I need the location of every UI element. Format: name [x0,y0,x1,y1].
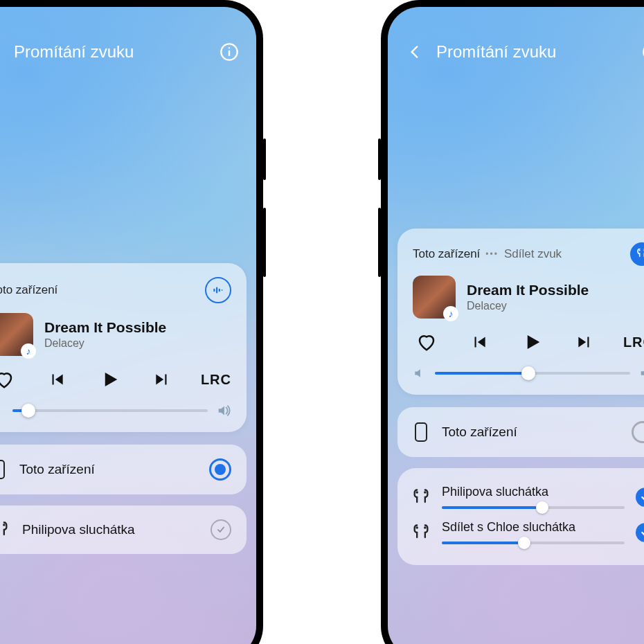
header: Promítání zvuku [0,7,256,71]
music-app-icon: ♪ [21,343,36,359]
volume-high-icon [638,366,644,381]
lyrics-button[interactable]: LRC [623,334,644,350]
play-button[interactable] [96,366,123,393]
check-selected-icon [636,523,644,542]
tab-separator: ••• [485,249,499,259]
earbuds-icon [411,523,431,542]
svg-point-16 [415,491,418,494]
svg-point-2 [229,47,230,48]
radio-unselected-icon [632,421,644,443]
svg-rect-15 [415,423,427,441]
volume-low-icon [413,366,427,380]
phone-frame-right: Promítání zvuku Toto zařízení ••• Sdílet… [381,0,644,644]
track-artist: Delacey [467,300,589,312]
tab-this-device[interactable]: Toto zařízení [413,247,480,261]
svg-rect-4 [216,287,217,294]
share-devices-card: Philipova sluchátka [397,468,644,565]
player-card: Toto zařízení ••• Sdílet zvuk [397,229,644,395]
share-volume-slider[interactable] [442,542,625,544]
share-device-chloe[interactable]: Sdílet s Chloe sluchátka [411,515,644,550]
favorite-button[interactable] [413,328,440,356]
tab-share-audio[interactable]: Sdílet zvuk [504,247,562,261]
volume-low-icon [0,404,4,418]
back-icon[interactable] [403,40,427,64]
album-art[interactable]: ♪ [413,276,456,319]
album-art[interactable]: ♪ [0,313,33,356]
header: Promítání zvuku [388,7,644,71]
track-row: ♪ Dream It Possible Delacey [413,276,644,319]
next-button[interactable] [148,366,176,393]
svg-point-18 [415,526,418,529]
share-earbuds-icon[interactable] [630,242,644,266]
svg-point-13 [639,250,641,251]
player-card: Toto zařízení ♪ Dream It Possible Delace… [0,263,247,432]
svg-rect-3 [213,289,215,292]
svg-point-9 [3,524,6,526]
volume-slider[interactable] [0,403,231,418]
earbuds-icon [0,520,10,539]
device-label: Philipova sluchátka [22,522,135,537]
track-title: Dream It Possible [44,319,166,336]
audio-visual-icon[interactable] [205,277,231,303]
device-this-device[interactable]: Toto zařízení [397,407,644,457]
device-label: Toto zařízení [19,462,95,477]
svg-rect-7 [0,460,4,478]
check-selected-icon [636,488,644,507]
favorite-button[interactable] [0,366,18,393]
previous-button[interactable] [465,328,493,356]
track-artist: Delacey [44,337,166,350]
device-this-device[interactable]: Toto zařízení [0,445,247,494]
volume-slider[interactable] [413,366,644,381]
info-icon[interactable] [217,40,241,64]
next-button[interactable] [571,328,598,356]
info-icon[interactable] [640,40,644,64]
track-row: ♪ Dream It Possible Delacey [0,313,231,356]
device-headphones[interactable]: Philipova sluchátka [0,506,247,554]
svg-point-17 [424,491,427,494]
radio-selected-icon [209,458,231,481]
page-title: Promítání zvuku [436,42,630,62]
svg-rect-6 [222,289,223,291]
track-title: Dream It Possible [467,282,589,298]
phone-icon [413,422,429,442]
check-unselected-icon [211,519,231,540]
tab-this-device[interactable]: Toto zařízení [0,283,57,297]
play-button[interactable] [518,328,546,356]
music-app-icon: ♪ [443,306,458,321]
back-icon[interactable] [0,40,4,64]
phone-frame-left: Promítání zvuku Toto zařízení [0,0,263,644]
svg-point-19 [424,526,427,529]
share-device-name: Sdílet s Chloe sluchátka [442,520,625,535]
svg-rect-5 [219,289,220,292]
previous-button[interactable] [43,366,71,393]
lyrics-button[interactable]: LRC [201,372,231,388]
page-title: Promítání zvuku [14,42,208,62]
share-device-philip[interactable]: Philipova sluchátka [411,479,644,515]
earbuds-icon [411,488,431,507]
share-device-name: Philipova sluchátka [442,485,625,499]
phone-icon [0,459,7,480]
device-label: Toto zařízení [442,424,517,440]
share-volume-slider[interactable] [442,506,625,509]
volume-high-icon [216,403,231,418]
